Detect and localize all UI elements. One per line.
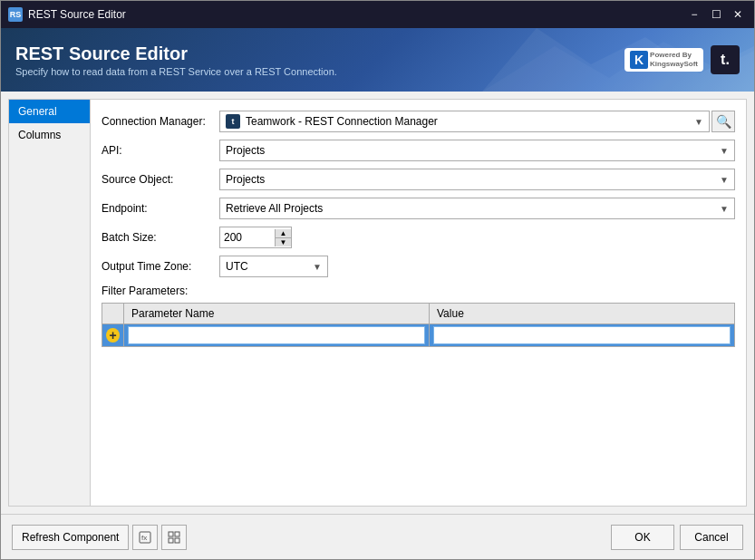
source-object-value: Projects [226, 173, 716, 186]
batch-size-label: Batch Size: [102, 231, 219, 244]
header-text: REST Source Editor Specify how to read d… [15, 43, 624, 77]
timezone-arrow: ▼ [313, 262, 322, 272]
filter-params-section: Filter Parameters: Parameter Name Value … [102, 285, 735, 347]
api-dropdown[interactable]: Projects ▼ [219, 140, 735, 161]
header: REST Source Editor Specify how to read d… [1, 28, 754, 92]
filter-table-row: + [102, 324, 734, 346]
k-letter: K [630, 51, 648, 69]
search-button[interactable]: 🔍 [711, 111, 735, 132]
batch-size-control: ▲ ▼ [219, 227, 735, 248]
timezone-control: UTC ▼ [219, 256, 735, 277]
header-title: REST Source Editor [15, 43, 624, 64]
svg-rect-5 [175, 538, 179, 543]
header-logo: K Powered By KingswaySoft t. [624, 45, 740, 74]
connection-manager-value: Teamwork - REST Connection Manager [246, 115, 691, 128]
kingsway-text: Powered By KingswaySoft [650, 51, 698, 68]
batch-size-row: Batch Size: ▲ ▼ [102, 227, 735, 248]
api-label: API: [102, 144, 219, 157]
filter-table: Parameter Name Value + [102, 303, 735, 347]
cancel-button[interactable]: Cancel [680, 525, 743, 550]
maximize-button[interactable]: ☐ [707, 6, 725, 23]
batch-increment-button[interactable]: ▲ [275, 229, 291, 238]
endpoint-value: Retrieve All Projects [226, 202, 716, 215]
source-object-control: Projects ▼ [219, 169, 735, 190]
batch-size-input-group: ▲ ▼ [219, 227, 292, 248]
source-object-label: Source Object: [102, 173, 219, 186]
minimize-button[interactable]: − [685, 6, 703, 23]
brand-name: KingswaySoft [650, 60, 698, 69]
source-object-dropdown[interactable]: Projects ▼ [219, 169, 735, 190]
connection-manager-control: t Teamwork - REST Connection Manager ▼ 🔍 [219, 111, 735, 132]
api-value: Projects [226, 144, 716, 157]
close-button[interactable]: ✕ [729, 6, 747, 23]
endpoint-dropdown[interactable]: Retrieve All Projects ▼ [219, 198, 735, 219]
filter-row-add-icon[interactable]: + [102, 324, 124, 346]
api-row: API: Projects ▼ [102, 140, 735, 161]
window-controls: − ☐ ✕ [685, 6, 747, 23]
source-object-arrow: ▼ [720, 175, 729, 185]
t-logo: t. [711, 45, 740, 74]
filter-table-header: Parameter Name Value [102, 304, 734, 324]
batch-decrement-button[interactable]: ▼ [275, 238, 291, 246]
refresh-component-button[interactable]: Refresh Component [12, 525, 129, 550]
timezone-dropdown[interactable]: UTC ▼ [219, 256, 328, 277]
header-subtitle: Specify how to read data from a REST Ser… [15, 66, 624, 77]
spinner-buttons: ▲ ▼ [275, 229, 291, 246]
footer: Refresh Component fx OK Cancel [1, 514, 754, 559]
api-arrow: ▼ [720, 146, 729, 156]
timezone-label: Output Time Zone: [102, 260, 219, 273]
endpoint-row: Endpoint: Retrieve All Projects ▼ [102, 198, 735, 219]
left-nav: General Columns [8, 99, 90, 507]
endpoint-arrow: ▼ [720, 204, 729, 214]
content-area: General Columns Connection Manager: t Te… [1, 92, 754, 514]
nav-item-columns[interactable]: Columns [9, 123, 90, 147]
refresh-label: Refresh Component [22, 531, 119, 544]
svg-rect-4 [169, 538, 173, 543]
filter-params-label: Filter Parameters: [102, 285, 735, 297]
footer-right: OK Cancel [611, 525, 743, 550]
powered-by: Powered By [650, 51, 698, 60]
right-panel: Connection Manager: t Teamwork - REST Co… [90, 99, 747, 507]
svg-rect-2 [169, 532, 173, 536]
endpoint-control: Retrieve All Projects ▼ [219, 198, 735, 219]
filter-row-value-cell [430, 324, 734, 346]
svg-text:fx: fx [141, 534, 147, 542]
nav-item-general[interactable]: General [9, 100, 90, 123]
title-bar: RS REST Source Editor − ☐ ✕ [1, 1, 754, 28]
timezone-row: Output Time Zone: UTC ▼ [102, 256, 735, 277]
connection-manager-label: Connection Manager: [102, 115, 219, 128]
kingsway-logo: K Powered By KingswaySoft [624, 48, 703, 72]
function-icon-button[interactable]: fx [132, 525, 158, 550]
main-window: RS REST Source Editor − ☐ ✕ REST Source … [0, 0, 755, 560]
add-icon[interactable]: + [106, 328, 120, 343]
filter-header-check [102, 304, 124, 323]
svg-rect-3 [175, 532, 179, 536]
filter-header-value: Value [430, 304, 734, 323]
grid-icon-button[interactable] [161, 525, 187, 550]
batch-size-input[interactable] [220, 227, 275, 247]
filter-header-param-name: Parameter Name [124, 304, 430, 323]
connection-manager-input-group: t Teamwork - REST Connection Manager ▼ 🔍 [219, 111, 735, 132]
source-object-row: Source Object: Projects ▼ [102, 169, 735, 190]
connection-manager-row: Connection Manager: t Teamwork - REST Co… [102, 111, 735, 132]
endpoint-label: Endpoint: [102, 202, 219, 215]
connection-manager-arrow: ▼ [694, 117, 703, 127]
title-bar-text: REST Source Editor [28, 8, 680, 21]
filter-row-name-cell [124, 324, 430, 346]
app-icon: RS [8, 7, 23, 22]
filter-param-name-input[interactable] [128, 326, 425, 344]
main-content: General Columns Connection Manager: t Te… [1, 92, 754, 514]
timezone-value: UTC [226, 260, 309, 273]
filter-param-value-input[interactable] [433, 326, 731, 344]
connection-manager-dropdown[interactable]: t Teamwork - REST Connection Manager ▼ [219, 111, 710, 132]
api-control: Projects ▼ [219, 140, 735, 161]
teamwork-icon: t [226, 114, 240, 129]
ok-button[interactable]: OK [611, 525, 674, 550]
footer-left: Refresh Component fx [12, 525, 611, 550]
